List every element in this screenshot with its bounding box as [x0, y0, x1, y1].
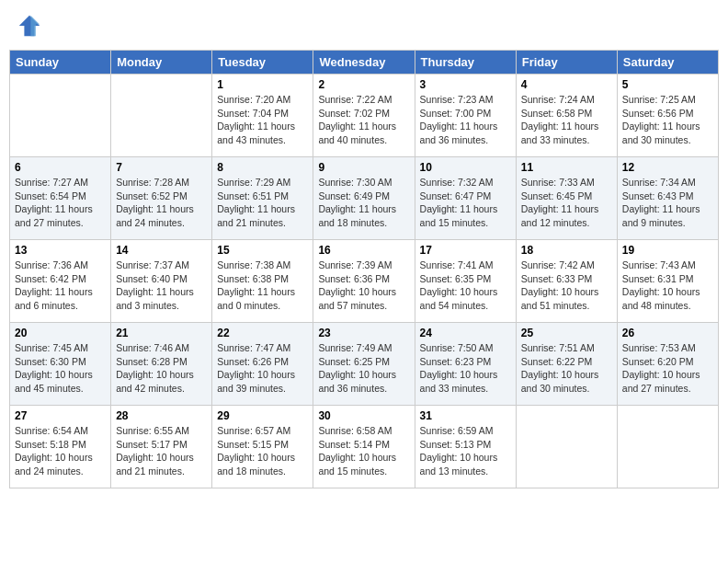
- day-info: Sunrise: 7:50 AM Sunset: 6:23 PM Dayligh…: [420, 341, 511, 396]
- day-number: 27: [15, 409, 106, 422]
- day-info: Sunrise: 7:28 AM Sunset: 6:52 PM Dayligh…: [116, 176, 207, 230]
- day-info: Sunrise: 7:24 AM Sunset: 6:58 PM Dayligh…: [521, 93, 612, 147]
- calendar-cell: 16Sunrise: 7:39 AM Sunset: 6:36 PM Dayli…: [313, 240, 415, 323]
- day-number: 13: [15, 244, 106, 257]
- calendar-cell: 30Sunrise: 6:58 AM Sunset: 5:14 PM Dayli…: [313, 406, 415, 488]
- calendar-cell: [617, 406, 718, 488]
- calendar-cell: 9Sunrise: 7:30 AM Sunset: 6:49 PM Daylig…: [313, 157, 415, 240]
- day-number: 30: [318, 409, 409, 422]
- day-info: Sunrise: 6:57 AM Sunset: 5:15 PM Dayligh…: [217, 424, 308, 478]
- day-info: Sunrise: 6:59 AM Sunset: 5:13 PM Dayligh…: [420, 424, 511, 478]
- day-number: 31: [420, 409, 511, 422]
- day-number: 12: [622, 161, 713, 174]
- day-info: Sunrise: 7:38 AM Sunset: 6:38 PM Dayligh…: [217, 259, 308, 313]
- calendar-cell: 31Sunrise: 6:59 AM Sunset: 5:13 PM Dayli…: [415, 406, 516, 488]
- calendar-cell: 12Sunrise: 7:34 AM Sunset: 6:43 PM Dayli…: [617, 157, 718, 240]
- day-info: Sunrise: 7:30 AM Sunset: 6:49 PM Dayligh…: [318, 176, 409, 230]
- svg-marker-0: [19, 16, 40, 36]
- calendar-cell: 22Sunrise: 7:47 AM Sunset: 6:26 PM Dayli…: [212, 323, 313, 406]
- day-number: 9: [318, 161, 409, 174]
- day-info: Sunrise: 7:42 AM Sunset: 6:33 PM Dayligh…: [521, 259, 612, 313]
- calendar-cell: 1Sunrise: 7:20 AM Sunset: 7:04 PM Daylig…: [212, 75, 313, 157]
- day-number: 18: [521, 244, 612, 257]
- day-info: Sunrise: 6:54 AM Sunset: 5:18 PM Dayligh…: [15, 424, 106, 478]
- calendar-cell: 3Sunrise: 7:23 AM Sunset: 7:00 PM Daylig…: [415, 75, 516, 157]
- day-number: 23: [318, 327, 409, 339]
- calendar-cell: 25Sunrise: 7:51 AM Sunset: 6:22 PM Dayli…: [516, 323, 617, 406]
- day-info: Sunrise: 7:46 AM Sunset: 6:28 PM Dayligh…: [116, 341, 207, 396]
- day-number: 11: [521, 161, 612, 174]
- calendar-cell: 29Sunrise: 6:57 AM Sunset: 5:15 PM Dayli…: [212, 406, 313, 488]
- day-number: 2: [318, 78, 409, 91]
- day-number: 26: [622, 327, 713, 339]
- day-info: Sunrise: 7:27 AM Sunset: 6:54 PM Dayligh…: [15, 176, 106, 230]
- day-number: 28: [116, 409, 207, 422]
- calendar-cell: 26Sunrise: 7:53 AM Sunset: 6:20 PM Dayli…: [617, 323, 718, 406]
- weekday-header-friday: Friday: [516, 51, 617, 75]
- calendar-cell: 23Sunrise: 7:49 AM Sunset: 6:25 PM Dayli…: [313, 323, 415, 406]
- day-number: 4: [521, 78, 612, 91]
- calendar-cell: 20Sunrise: 7:45 AM Sunset: 6:30 PM Dayli…: [10, 323, 111, 406]
- weekday-header-thursday: Thursday: [415, 51, 516, 75]
- day-info: Sunrise: 7:45 AM Sunset: 6:30 PM Dayligh…: [15, 341, 106, 396]
- calendar-cell: 28Sunrise: 6:55 AM Sunset: 5:17 PM Dayli…: [111, 406, 212, 488]
- calendar-cell: 14Sunrise: 7:37 AM Sunset: 6:40 PM Dayli…: [111, 240, 212, 323]
- calendar-cell: 5Sunrise: 7:25 AM Sunset: 6:56 PM Daylig…: [617, 75, 718, 157]
- day-number: 8: [217, 161, 308, 174]
- day-number: 6: [15, 161, 106, 174]
- day-info: Sunrise: 6:58 AM Sunset: 5:14 PM Dayligh…: [318, 424, 409, 478]
- day-info: Sunrise: 7:53 AM Sunset: 6:20 PM Dayligh…: [622, 341, 713, 396]
- day-info: Sunrise: 7:29 AM Sunset: 6:51 PM Dayligh…: [217, 176, 308, 230]
- day-info: Sunrise: 7:32 AM Sunset: 6:47 PM Dayligh…: [420, 176, 511, 230]
- calendar-cell: [516, 406, 617, 488]
- calendar-cell: 15Sunrise: 7:38 AM Sunset: 6:38 PM Dayli…: [212, 240, 313, 323]
- logo: [17, 13, 44, 39]
- calendar-cell: 10Sunrise: 7:32 AM Sunset: 6:47 PM Dayli…: [415, 157, 516, 240]
- day-number: 22: [217, 327, 308, 339]
- calendar-cell: [10, 75, 111, 157]
- day-number: 3: [420, 78, 511, 91]
- day-number: 16: [318, 244, 409, 257]
- calendar-cell: 24Sunrise: 7:50 AM Sunset: 6:23 PM Dayli…: [415, 323, 516, 406]
- calendar-cell: 6Sunrise: 7:27 AM Sunset: 6:54 PM Daylig…: [10, 157, 111, 240]
- calendar-cell: 18Sunrise: 7:42 AM Sunset: 6:33 PM Dayli…: [516, 240, 617, 323]
- logo-icon: [17, 13, 42, 39]
- calendar-cell: 8Sunrise: 7:29 AM Sunset: 6:51 PM Daylig…: [212, 157, 313, 240]
- day-info: Sunrise: 7:47 AM Sunset: 6:26 PM Dayligh…: [217, 341, 308, 396]
- day-number: 29: [217, 409, 308, 422]
- day-number: 14: [116, 244, 207, 257]
- weekday-header-sunday: Sunday: [10, 51, 111, 75]
- calendar-table: SundayMondayTuesdayWednesdayThursdayFrid…: [9, 50, 719, 488]
- day-number: 17: [420, 244, 511, 257]
- calendar-cell: 2Sunrise: 7:22 AM Sunset: 7:02 PM Daylig…: [313, 75, 415, 157]
- day-info: Sunrise: 7:39 AM Sunset: 6:36 PM Dayligh…: [318, 259, 409, 313]
- day-info: Sunrise: 7:49 AM Sunset: 6:25 PM Dayligh…: [318, 341, 409, 396]
- day-info: Sunrise: 7:33 AM Sunset: 6:45 PM Dayligh…: [521, 176, 612, 230]
- day-number: 15: [217, 244, 308, 257]
- day-number: 21: [116, 327, 207, 339]
- weekday-header-saturday: Saturday: [617, 51, 718, 75]
- calendar-cell: 7Sunrise: 7:28 AM Sunset: 6:52 PM Daylig…: [111, 157, 212, 240]
- day-info: Sunrise: 7:34 AM Sunset: 6:43 PM Dayligh…: [622, 176, 713, 230]
- day-info: Sunrise: 7:25 AM Sunset: 6:56 PM Dayligh…: [622, 93, 713, 147]
- day-info: Sunrise: 7:20 AM Sunset: 7:04 PM Dayligh…: [217, 93, 308, 147]
- day-number: 10: [420, 161, 511, 174]
- day-number: 24: [420, 327, 511, 339]
- day-number: 5: [622, 78, 713, 91]
- day-number: 1: [217, 78, 308, 91]
- weekday-header-monday: Monday: [111, 51, 212, 75]
- day-info: Sunrise: 7:22 AM Sunset: 7:02 PM Dayligh…: [318, 93, 409, 147]
- day-info: Sunrise: 7:23 AM Sunset: 7:00 PM Dayligh…: [420, 93, 511, 147]
- page-header: [9, 9, 719, 42]
- day-number: 7: [116, 161, 207, 174]
- weekday-header-tuesday: Tuesday: [212, 51, 313, 75]
- calendar-cell: 13Sunrise: 7:36 AM Sunset: 6:42 PM Dayli…: [10, 240, 111, 323]
- calendar-cell: 11Sunrise: 7:33 AM Sunset: 6:45 PM Dayli…: [516, 157, 617, 240]
- calendar-cell: [111, 75, 212, 157]
- day-info: Sunrise: 7:37 AM Sunset: 6:40 PM Dayligh…: [116, 259, 207, 313]
- day-number: 19: [622, 244, 713, 257]
- day-info: Sunrise: 6:55 AM Sunset: 5:17 PM Dayligh…: [116, 424, 207, 478]
- weekday-header-wednesday: Wednesday: [313, 51, 415, 75]
- calendar-cell: 4Sunrise: 7:24 AM Sunset: 6:58 PM Daylig…: [516, 75, 617, 157]
- day-number: 20: [15, 327, 106, 339]
